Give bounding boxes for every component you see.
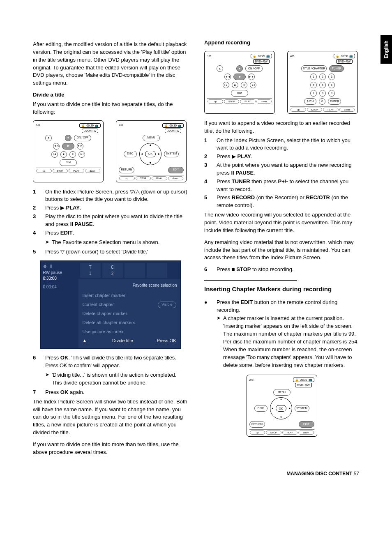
shot-title: Favorite scene selection xyxy=(82,283,177,289)
eject-icon: ▲ xyxy=(45,135,52,141)
step-num: 2 xyxy=(33,204,38,212)
heading-append: Append recording xyxy=(204,39,359,47)
shot-left-info: ⊕ II RW pause 0:30:00 0:00:04 xyxy=(41,261,78,348)
menu-button: MENU xyxy=(143,135,160,141)
lcd-2: 🔒06:30📺 xyxy=(162,123,184,128)
append-step-6: 6Press ■ STOP to stop recording. xyxy=(204,266,359,274)
system-button: SYSTEM xyxy=(164,151,179,157)
stop-icon: ■ xyxy=(60,151,67,158)
counter-3: 1/6 xyxy=(207,55,211,58)
shot-menu: Favorite scene selection Insert chapter … xyxy=(78,279,180,348)
bottom-buttons-5: upSTOPPLAYdown xyxy=(249,429,314,435)
lcd-5: 🔒06:30📺 xyxy=(293,378,314,382)
bottom-buttons-1: upSTOPPLAYdown xyxy=(36,168,101,173)
counter-2: 2/6 xyxy=(119,124,123,127)
onoff-button: ON / OFF xyxy=(74,135,91,141)
step-num: 1 xyxy=(33,188,38,204)
nav-ring: ▴▾◂▸ OK xyxy=(270,397,292,419)
append-intro: If you want to append a video recording … xyxy=(204,120,359,135)
heading-insert-markers: Inserting Chapter Markers during recordi… xyxy=(204,285,359,294)
lcd-dvdrw-5: DVD+RW xyxy=(295,383,311,387)
disc-button: DISC xyxy=(254,405,267,412)
lcd-dvdrw-3: DVD+RW xyxy=(253,59,270,64)
lcd-4: 🔒06:30📺 xyxy=(334,54,355,58)
substep: The Favorite scene Selection menu is sho… xyxy=(33,239,188,246)
right-column: Append recording 1/6 🔒06:29📺 DVD+RW ▲●ON… xyxy=(204,39,359,461)
lcd-1: 🔒06:29📺 xyxy=(79,123,101,128)
lcd-dvdrw-2: DVD+RW xyxy=(165,129,181,133)
remote-illustrations-1: 1/6 🔒06:29📺 DVD+RW ▲●ON / OFF ◄◄▶►► I◄■I… xyxy=(33,120,188,182)
pause-icon: II xyxy=(69,151,76,158)
record-icon: ● xyxy=(236,65,243,72)
pause-icon: II xyxy=(241,82,247,88)
lcd-dvdrw-1: DVD+RW xyxy=(82,129,98,133)
substep: 'Dividing title...' is shown until the a… xyxy=(33,371,188,387)
bottom-buttons-2: upSTOPPLAYdown xyxy=(119,175,184,180)
lcd-dvdrw-4: DVD+RW xyxy=(336,59,353,64)
osd-play-full-title: Play full title xyxy=(142,49,169,55)
prev-icon: I◄ xyxy=(223,82,229,88)
append-para-1: The new video recording will you selecte… xyxy=(204,211,359,235)
remote-illustrations-2: 1/6 🔒06:29📺 DVD+RW ▲●ON / OFF ◄◄▶►► I◄■I… xyxy=(204,51,359,114)
divide-para-1: The Index Picture Screen will show two t… xyxy=(33,398,188,437)
step-num: 4 xyxy=(33,229,38,237)
play-icon: ▶ xyxy=(233,74,246,80)
step-text: Press OK again. xyxy=(45,389,188,396)
append-steps: 1On the Index Picture Screen, select the… xyxy=(204,137,359,210)
return-button: RETURN xyxy=(249,421,265,428)
remote-5: 2/6 🔒06:30📺 DVD+RW MENU DISC ▴▾◂▸ OK SYS… xyxy=(247,375,317,437)
step-text: Press EDIT. xyxy=(45,229,188,237)
step-num: 6 xyxy=(33,354,38,370)
left-column: After editing, the modified version of a… xyxy=(33,39,188,461)
step-text: Play the disc to the point where you wan… xyxy=(45,213,188,228)
heading-divide-title: Divide a title xyxy=(33,91,188,99)
eject-icon: ▲ xyxy=(217,65,223,72)
enter-button: ENTER xyxy=(328,98,341,105)
onoff-button: ON / OFF xyxy=(245,65,263,72)
step-text: Press ▽ (down cursor) to select 'Divide … xyxy=(45,248,188,256)
remote-1: 1/6 🔒06:29📺 DVD+RW ▲●ON / OFF ◄◄▶►► I◄■I… xyxy=(33,120,104,182)
intro-paragraph: After editing, the modified version of a… xyxy=(33,41,188,87)
tuner-button: TUNER xyxy=(329,65,344,72)
ffwd-icon: ►► xyxy=(77,143,83,150)
step-text: Press OK. 'This will divide this title i… xyxy=(45,354,188,370)
divide-para-2: If you want to divide one title into mor… xyxy=(33,441,188,456)
counter-4: 4/6 xyxy=(290,55,294,58)
counter-1: 1/6 xyxy=(36,124,40,127)
step-num: 5 xyxy=(33,248,38,256)
step-num: 7 xyxy=(33,389,38,396)
append-para-2: Any remaining video material that is not… xyxy=(204,239,359,262)
rewind-icon: ◄◄ xyxy=(224,74,231,80)
step-text: Press ▶ PLAY. xyxy=(45,204,188,212)
edit-button: EDIT xyxy=(168,167,184,173)
shot-thumbs: T1 C2 xyxy=(78,261,180,279)
edit-button: EDIT xyxy=(299,421,314,428)
ok-button: OK xyxy=(276,405,286,412)
ok-button: OK xyxy=(145,151,156,157)
dim-button: DIM xyxy=(60,159,77,166)
record-icon: ● xyxy=(65,135,71,141)
disc-button: DISC xyxy=(124,151,137,157)
next-icon: ►I xyxy=(78,151,85,158)
next-icon: ►I xyxy=(250,82,256,88)
step-text: On the Index Picture Screen, press ▽/△ (… xyxy=(45,188,188,204)
osd-make-edits: Make edits DVD-compatible xyxy=(85,72,149,78)
stop-icon: ■ xyxy=(232,82,238,88)
bottom-buttons-4: upSTOPPLAYdown xyxy=(290,106,355,112)
nav-ring: ▴▾◂▸ OK xyxy=(139,143,161,165)
remote-4: 4/6 🔒06:30📺 DVD+RW TITLE / CHAPTERTUNER … xyxy=(287,51,358,114)
divide-step-5: 5Press ▽ (down cursor) to select 'Divide… xyxy=(33,248,188,256)
language-tab: English xyxy=(380,35,392,64)
system-button: SYSTEM xyxy=(295,405,309,412)
play-icon: ▶ xyxy=(62,143,74,150)
divide-step-6: 6Press OK. 'This will divide this title … xyxy=(33,354,188,370)
dim-button: DIM xyxy=(231,90,248,97)
insert-sub: A chapter marker is inserted at the curr… xyxy=(204,315,359,369)
ach-button: A /CH xyxy=(304,98,316,105)
divide-intro: If you want to divide one title into two… xyxy=(33,101,188,116)
menu-button: MENU xyxy=(273,389,291,396)
divide-steps-1: 1On the Index Picture Screen, press ▽/△ … xyxy=(33,188,188,237)
divide-step-7: 7Press OK again. xyxy=(33,389,188,396)
lcd-3: 🔒06:29📺 xyxy=(251,54,272,58)
remote-3: 1/6 🔒06:29📺 DVD+RW ▲●ON / OFF ◄◄▶►► I◄■I… xyxy=(204,51,275,114)
